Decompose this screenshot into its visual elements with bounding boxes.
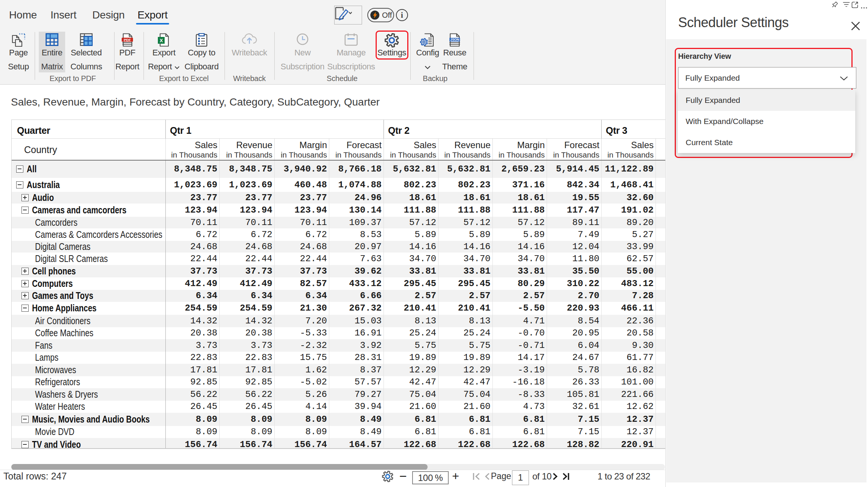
svg-text:PDF: PDF bbox=[124, 38, 131, 42]
svg-text:JSON: JSON bbox=[450, 38, 459, 41]
svg-text:X: X bbox=[160, 38, 163, 43]
